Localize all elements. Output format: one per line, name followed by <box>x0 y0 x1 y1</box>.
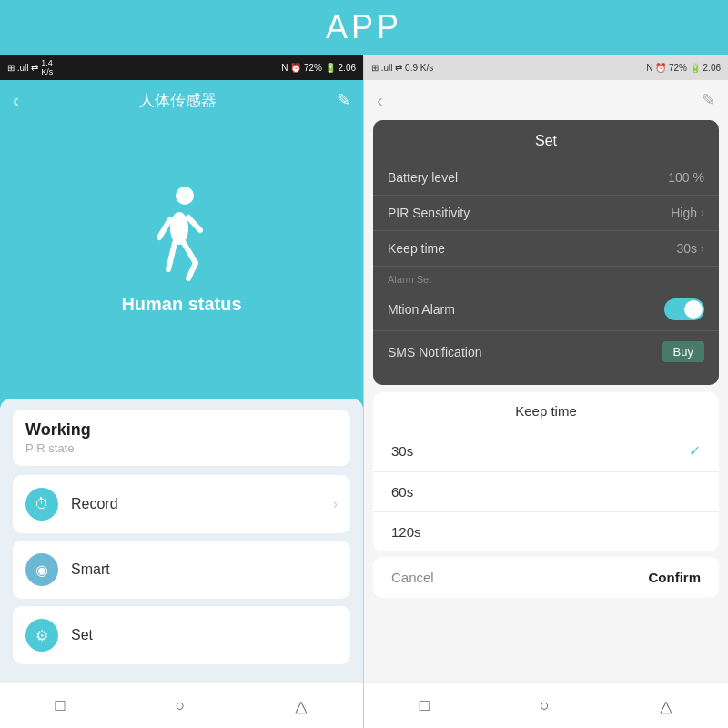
mtion-alarm-row: Mtion Alarm <box>373 288 719 331</box>
smart-menu-left: ◉ Smart <box>25 553 110 586</box>
svg-point-0 <box>176 187 194 205</box>
right-nav-bar: ‹ ✎ <box>364 80 728 120</box>
battery-level-label: Battery level <box>388 170 458 185</box>
buy-button[interactable]: Buy <box>662 341 704 362</box>
pir-sensitivity-value: High › <box>671 206 704 220</box>
right-nav-triangle[interactable]: △ <box>660 696 672 716</box>
right-nav-square[interactable]: □ <box>420 696 430 715</box>
cancel-button[interactable]: Cancel <box>391 570 434 585</box>
set-panel-title: Set <box>373 133 719 149</box>
left-back-button[interactable]: ‹ <box>13 90 19 111</box>
set-menu-left: ⚙ Set <box>25 619 93 652</box>
working-card: Working PIR state <box>13 410 350 466</box>
record-chevron-icon: › <box>333 496 338 512</box>
keep-time-section-title: Keep time <box>373 392 719 430</box>
pir-sensitivity-label: PIR Sensitivity <box>388 206 470 220</box>
keep-time-value: 30s › <box>676 241 704 256</box>
record-label: Record <box>71 496 118 512</box>
left-nav-square[interactable]: □ <box>56 696 66 715</box>
phone-right: ⊞ .ull ⇄ 0.9 K/s N ⏰ 72% 🔋 2:06 ‹ ✎ Set … <box>364 55 728 728</box>
battery-level-value: 100 % <box>668 170 704 185</box>
set-panel: Set Battery level 100 % PIR Sensitivity … <box>373 120 719 385</box>
left-nav-triangle[interactable]: △ <box>295 696 308 716</box>
set-label: Set <box>71 627 93 643</box>
left-phone-content: ‹ 人体传感器 ✎ <box>0 80 363 682</box>
dialog-buttons: Cancel Confirm <box>373 557 719 598</box>
record-icon: ⏱ <box>25 488 58 521</box>
right-status-left: ⊞ .ull ⇄ 0.9 K/s <box>371 63 433 73</box>
left-nav-circle[interactable]: ○ <box>175 696 185 715</box>
battery-level-row: Battery level 100 % <box>373 160 719 196</box>
svg-line-2 <box>159 219 170 238</box>
cards-area: Working PIR state ⏱ Record › ◉ Smart <box>0 399 363 682</box>
keep-time-section: Keep time 30s ✓ 60s 120s <box>373 392 719 551</box>
record-menu-item[interactable]: ⏱ Record › <box>13 475 350 533</box>
human-status-label: Human status <box>121 294 241 315</box>
mtion-alarm-toggle[interactable] <box>664 298 704 320</box>
alarm-set-section-label: Alarm Set <box>373 267 719 288</box>
svg-line-5 <box>184 243 196 263</box>
phone-left: ⊞ .ull ⇄ 1.4K/s N ⏰ 72% 🔋 2:06 ‹ 人体传感器 ✎ <box>0 55 364 728</box>
pir-chevron-icon: › <box>701 207 704 219</box>
app-banner-title: APP <box>326 8 402 46</box>
right-status-right: N ⏰ 72% 🔋 2:06 <box>646 63 721 73</box>
working-subtitle: PIR state <box>25 441 338 455</box>
left-status-bar: ⊞ .ull ⇄ 1.4K/s N ⏰ 72% 🔋 2:06 <box>0 55 363 80</box>
set-menu-item[interactable]: ⚙ Set <box>13 606 350 664</box>
keep-time-label: Keep time <box>388 241 445 256</box>
keep-time-30s[interactable]: 30s ✓ <box>373 430 719 472</box>
human-figure-icon <box>150 183 214 283</box>
set-icon: ⚙ <box>25 619 58 652</box>
svg-line-3 <box>188 217 200 230</box>
app-banner: APP <box>0 0 728 55</box>
left-status-left: ⊞ .ull ⇄ 1.4K/s <box>7 58 53 76</box>
svg-line-4 <box>168 243 175 269</box>
smart-menu-item[interactable]: ◉ Smart <box>13 541 350 599</box>
pir-sensitivity-row[interactable]: PIR Sensitivity High › <box>373 196 719 231</box>
smart-icon: ◉ <box>25 553 58 586</box>
keep-time-60s-label: 60s <box>391 484 413 500</box>
left-edit-icon[interactable]: ✎ <box>337 90 350 110</box>
keep-time-chevron-icon: › <box>701 242 704 255</box>
svg-line-6 <box>188 263 196 278</box>
phones-container: ⊞ .ull ⇄ 1.4K/s N ⏰ 72% 🔋 2:06 ‹ 人体传感器 ✎ <box>0 55 728 728</box>
left-nav-title: 人体传感器 <box>139 90 217 111</box>
right-phone-content: ‹ ✎ Set Battery level 100 % PIR Sensitiv… <box>364 80 728 682</box>
sms-notification-row: SMS Notification Buy <box>373 331 719 372</box>
keep-time-60s[interactable]: 60s <box>373 472 719 512</box>
mtion-alarm-label: Mtion Alarm <box>388 302 455 317</box>
right-nav-circle[interactable]: ○ <box>540 696 550 715</box>
record-menu-left: ⏱ Record <box>25 488 118 521</box>
left-bottom-nav: □ ○ △ <box>0 682 363 728</box>
human-status-area: Human status <box>0 120 363 399</box>
keep-time-row[interactable]: Keep time 30s › <box>373 231 719 267</box>
working-title: Working <box>25 420 338 440</box>
left-nav-bar: ‹ 人体传感器 ✎ <box>0 80 363 120</box>
svg-point-1 <box>170 212 188 245</box>
sms-notification-label: SMS Notification <box>388 345 481 359</box>
smart-label: Smart <box>71 561 110 578</box>
right-status-bar: ⊞ .ull ⇄ 0.9 K/s N ⏰ 72% 🔋 2:06 <box>364 55 728 80</box>
keep-time-120s[interactable]: 120s <box>373 512 719 551</box>
check-mark-icon: ✓ <box>689 442 701 460</box>
right-bottom-nav: □ ○ △ <box>364 682 728 728</box>
right-back-button[interactable]: ‹ <box>377 90 383 111</box>
left-status-right: N ⏰ 72% 🔋 2:06 <box>281 63 356 73</box>
keep-time-120s-label: 120s <box>391 524 421 540</box>
confirm-button[interactable]: Confirm <box>649 570 702 585</box>
keep-time-30s-label: 30s <box>391 443 413 459</box>
right-edit-icon[interactable]: ✎ <box>702 90 715 110</box>
